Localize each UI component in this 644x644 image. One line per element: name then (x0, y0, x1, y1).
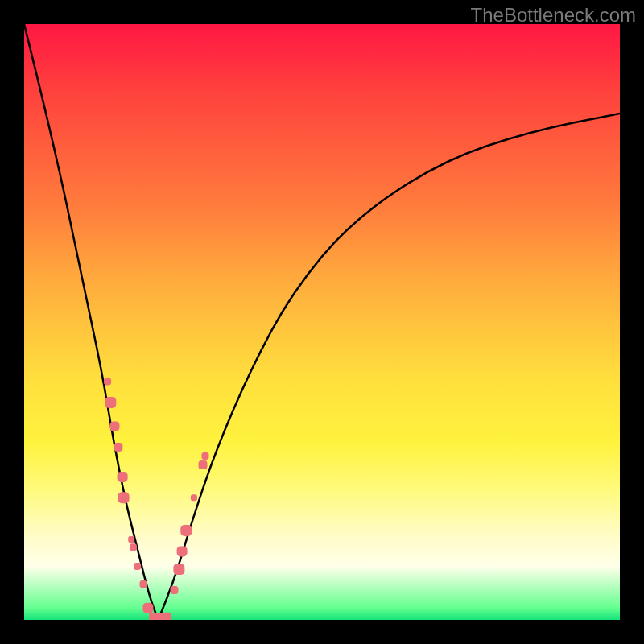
data-point (105, 397, 116, 408)
data-point (104, 378, 111, 386)
data-point (130, 543, 137, 551)
data-point (114, 443, 122, 452)
data-point (170, 586, 178, 594)
data-point (118, 472, 128, 482)
data-point (163, 613, 171, 620)
watermark-text: TheBottleneck.com (471, 4, 636, 27)
chart-area (24, 24, 620, 620)
data-point (118, 492, 130, 503)
data-point (180, 525, 192, 536)
data-point (109, 422, 119, 431)
data-points (104, 378, 208, 621)
data-point (201, 452, 208, 460)
chart-svg (24, 24, 620, 620)
data-point (142, 603, 153, 613)
data-point (191, 494, 197, 501)
data-point (140, 580, 147, 588)
bottleneck-curve (24, 24, 620, 620)
data-point (199, 460, 208, 469)
data-point (128, 536, 134, 543)
data-point (177, 546, 188, 556)
data-point (173, 564, 184, 575)
data-point (134, 563, 141, 570)
curve-right-branch (159, 114, 621, 620)
curve-left-branch (24, 24, 159, 620)
